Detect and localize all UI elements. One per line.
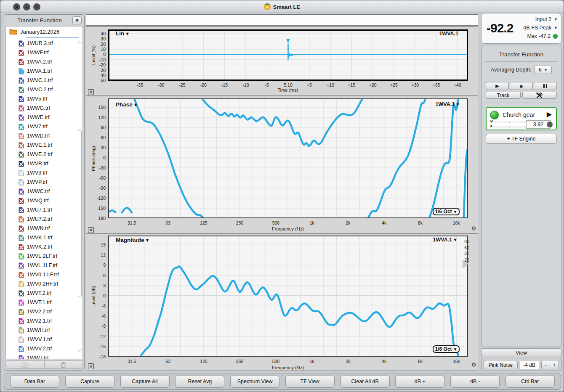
file-item[interactable]: 1WVP.trf (6, 177, 82, 187)
scrollbar-thumb[interactable] (78, 129, 82, 297)
input-meter-box: -92.2 Input 2▼ dB FS Peak▼ Max -47.2 (481, 13, 561, 44)
magnitude-title-dropdown[interactable]: Magnitude▼ (116, 237, 149, 243)
file-item[interactable]: 1WVL.1LF.trf (6, 261, 82, 270)
bottom-bar-button-ctrl-bar[interactable]: Ctrl Bar (505, 376, 555, 388)
stop-button[interactable]: ■ (510, 82, 533, 90)
hamburger-menu-icon[interactable]: ≡ (72, 16, 82, 24)
x-tick-label: 500 (264, 220, 287, 225)
file-item[interactable]: 1WVE.2.trf (6, 150, 82, 159)
divider (485, 61, 558, 62)
file-item[interactable]: 1WVC.1.trf (6, 76, 82, 85)
info-button[interactable]: i (5, 360, 45, 369)
x-tick-label: 2k (337, 359, 359, 364)
live-ir-title-dropdown[interactable]: Lin▼ (116, 30, 130, 37)
file-item[interactable]: 1WVA.2.trf (6, 57, 82, 66)
file-item[interactable]: 1WV5.trf (6, 94, 82, 103)
file-item[interactable]: 1WV2.1.trf (6, 316, 82, 326)
file-item[interactable]: 1WWE.trf (6, 113, 82, 122)
scroll-down-icon[interactable]: ▽ (78, 347, 81, 353)
magnitude-trace-dropdown[interactable]: 1WVA.1▼ (433, 237, 458, 243)
gear-icon[interactable]: ⚙ (471, 361, 476, 368)
file-item[interactable]: 1WVR.trf (6, 159, 82, 168)
transport-controls: ▶ ■ (486, 82, 557, 90)
bottom-bar-button-clear-all-db[interactable]: Clear All dB (341, 376, 390, 388)
charts-area: Lin▼ 1WVA.1 Level (%) Time (ms) × 403020… (86, 14, 478, 371)
magnitude-smoothing-badge[interactable]: 1/6 Oct▼ (433, 345, 460, 353)
file-item[interactable]: 1WV7.trf (6, 122, 82, 131)
file-item[interactable]: 1WWC.trf (6, 187, 82, 196)
live-ir-xlabel: Time (ms) (277, 87, 298, 93)
file-item[interactable]: 1WVK.1.trf (6, 233, 82, 242)
file-item[interactable]: 1WVL.2LF.trf (6, 252, 82, 261)
file-item[interactable]: 1WVV.1.trf (6, 335, 82, 344)
phase-smoothing-badge[interactable]: 1/6 Oct▼ (433, 208, 460, 215)
play-button[interactable]: ▶ (486, 82, 509, 90)
dropdown-icon: ▼ (125, 31, 130, 36)
trace-document-icon (19, 290, 24, 297)
file-name: 1WV0.1.LF.trf (27, 272, 59, 278)
x-tick-label: 63 (157, 359, 179, 364)
close-chart-icon[interactable]: × (88, 89, 94, 95)
meter-unit-select[interactable]: dB FS Peak▼ (523, 24, 558, 31)
file-name: 1WWN.trf (27, 225, 50, 231)
file-item[interactable]: 1WWH.trf (6, 326, 82, 335)
bottom-bar-button-capture[interactable]: Capture (65, 376, 114, 388)
file-item[interactable]: 1WWJ.trf (6, 353, 82, 359)
trace-document-icon (19, 105, 24, 111)
file-item[interactable]: 1WV3.trf (6, 168, 82, 177)
track-button[interactable]: Track (486, 92, 521, 99)
level-minus-button[interactable]: - (542, 361, 550, 369)
scroll-up-icon[interactable]: △ (78, 39, 81, 45)
file-item[interactable]: 1WU7.2.trf (6, 215, 82, 224)
file-item[interactable]: 1WU7.1.trf (6, 205, 82, 215)
delete-button[interactable] (45, 360, 83, 369)
file-item[interactable]: 1WVQ.trf (6, 196, 82, 205)
file-item[interactable]: 1WV0.2HF.trf (6, 279, 82, 289)
file-item[interactable]: 1WUR.2.trf (6, 39, 82, 48)
close-chart-icon[interactable]: × (88, 227, 94, 233)
file-item[interactable]: 1WV0.1.LF.trf (6, 270, 82, 279)
file-item[interactable]: 1WV2.2.trf (6, 307, 82, 316)
bottom-bar-button-tf-view[interactable]: TF View (285, 376, 335, 388)
phase-trace-dropdown[interactable]: 1WVA.1▼ (435, 101, 460, 107)
engine-play-icon[interactable]: ▶ (547, 110, 552, 118)
bottom-bar-button-data-bar[interactable]: Data Bar (10, 376, 59, 388)
add-tf-engine-button[interactable]: + TF Engine (486, 134, 557, 144)
trace-document-icon (19, 281, 24, 287)
view-button[interactable]: View (481, 348, 561, 357)
phase-title-dropdown[interactable]: Phase▼ (116, 101, 138, 108)
input-select[interactable]: Input 2▼ (535, 16, 558, 23)
bottom-bar-button-spectrum-view[interactable]: Spectrum View (230, 376, 279, 388)
bottom-bar-button-db-[interactable]: dB + (395, 376, 444, 388)
averaging-depth-select[interactable]: 6▼ (534, 66, 552, 74)
record-circle-icon[interactable] (547, 122, 553, 127)
tf-engine-box[interactable]: Church gear ▶ M R 3.92 (486, 107, 557, 130)
file-item[interactable]: 1WVA.1.trf (6, 66, 82, 76)
dropdown-icon: ▼ (455, 102, 460, 107)
folder-row[interactable]: January12.2026 (6, 26, 82, 37)
pause-button[interactable] (534, 82, 557, 90)
bottom-bar-button-capture-all[interactable]: Capture All (120, 376, 170, 388)
file-item[interactable]: 1WVC.2.trf (6, 85, 82, 94)
file-item[interactable]: 1WVT.2.trf (6, 289, 82, 298)
gear-icon[interactable]: ⚙ (471, 225, 476, 232)
bottom-bar-button-reset-avg[interactable]: Reset Avg (175, 376, 224, 388)
file-item[interactable]: 1WVE.1.trf (6, 140, 82, 150)
file-item[interactable]: 1WVT.1.trf (6, 298, 82, 307)
file-item[interactable]: 1WWN.trf (6, 224, 82, 233)
averaging-label: Averaging Depth: (491, 67, 531, 73)
tools-button[interactable] (522, 92, 557, 99)
file-item[interactable]: 1WWG.trf (6, 103, 82, 113)
close-chart-icon[interactable]: × (88, 363, 94, 369)
file-item[interactable]: 1WVV.2.trf (6, 344, 82, 353)
phase-panel: Phase▼ 1WVA.1▼ Phase (deg) Frequency (Hz… (86, 96, 478, 234)
dropdown-icon: ▼ (453, 347, 458, 352)
engine-status-ball[interactable] (490, 111, 499, 119)
bottom-bar-button-db-[interactable]: dB - (450, 376, 500, 388)
pink-noise-button[interactable]: Pink Noise (484, 361, 518, 369)
file-item[interactable]: 1WWD.trf (6, 131, 82, 140)
file-name: 1WV3.trf (27, 170, 48, 176)
level-plus-button[interactable]: + (550, 361, 559, 369)
file-item[interactable]: 1WWF.trf (6, 48, 82, 57)
file-item[interactable]: 1WVK.2.trf (6, 242, 82, 252)
